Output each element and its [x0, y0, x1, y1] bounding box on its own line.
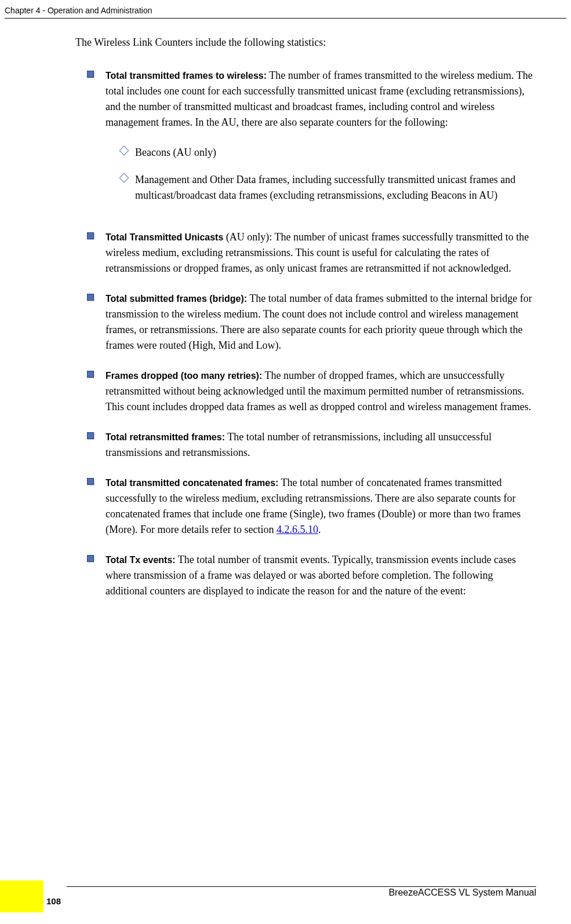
item-text: Total Transmitted Unicasts (AU only): Th… [106, 229, 536, 276]
diamond-bullet-icon [120, 174, 128, 182]
item-title: Frames dropped (too many retries): [106, 371, 262, 381]
chapter-header: Chapter 4 - Operation and Administration [5, 5, 566, 19]
diamond-bullet-icon [120, 147, 128, 155]
square-bullet-icon [87, 432, 95, 440]
list-item: Total retransmitted frames: The total nu… [87, 429, 536, 461]
list-item: Total transmitted concatenated frames: T… [87, 475, 536, 538]
list-item: Total Tx events: The total number of tra… [87, 552, 536, 599]
list-item: Total submitted frames (bridge): The tot… [87, 291, 536, 353]
page-footer: 108 BreezeACCESS VL System Manual [0, 878, 571, 912]
item-title: Total submitted frames (bridge): [106, 294, 247, 304]
list-item: Frames dropped (too many retries): The n… [87, 368, 536, 415]
main-content: The Wireless Link Counters include the f… [75, 35, 536, 613]
item-title: Total transmitted concatenated frames: [106, 478, 278, 488]
sub-list: Beacons (AU only) Management and Other D… [120, 145, 536, 203]
section-link[interactable]: 4.2.6.5.10 [277, 524, 318, 535]
page-number: 108 [46, 895, 61, 908]
square-bullet-icon [87, 478, 95, 486]
item-title: Total Tx events: [106, 555, 176, 565]
square-bullet-icon [87, 294, 95, 302]
sub-list-item: Management and Other Data frames, includ… [120, 172, 536, 203]
square-bullet-icon [87, 71, 95, 79]
item-text: Total retransmitted frames: The total nu… [106, 429, 536, 461]
square-bullet-icon [87, 232, 95, 240]
intro-text: The Wireless Link Counters include the f… [75, 35, 536, 50]
manual-title: BreezeACCESS VL System Manual [388, 886, 536, 900]
item-title: Total transmitted frames to wireless: [106, 71, 267, 81]
list-item: Total Transmitted Unicasts (AU only): Th… [87, 229, 536, 276]
sub-list-item: Beacons (AU only) [120, 145, 536, 160]
list-item: Total transmitted frames to wireless: Th… [87, 68, 536, 215]
item-text: Frames dropped (too many retries): The n… [106, 368, 536, 415]
sub-text: Management and Other Data frames, includ… [135, 172, 536, 203]
yellow-marker [0, 881, 43, 912]
item-after: . [318, 524, 321, 535]
item-text: Total Tx events: The total number of tra… [106, 552, 536, 599]
sub-text: Beacons (AU only) [135, 145, 536, 160]
item-title: Total Transmitted Unicasts [106, 232, 223, 242]
item-text: Total transmitted concatenated frames: T… [106, 475, 536, 538]
square-bullet-icon [87, 371, 95, 379]
square-bullet-icon [87, 555, 95, 563]
item-text: Total transmitted frames to wireless: Th… [106, 68, 536, 215]
item-text: Total submitted frames (bridge): The tot… [106, 291, 536, 353]
item-title: Total retransmitted frames: [106, 432, 225, 442]
